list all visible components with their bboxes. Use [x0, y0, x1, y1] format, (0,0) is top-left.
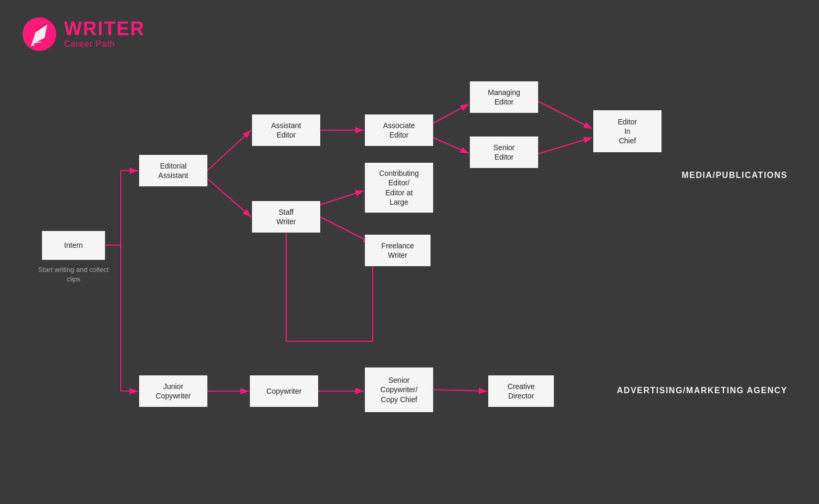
- intern-box: Intern: [42, 231, 105, 260]
- advertising-label: ADVERTISING/MARKETING AGENCY: [617, 386, 788, 395]
- app-title: WRITER: [64, 19, 145, 38]
- svg-line-15: [538, 101, 592, 129]
- junior-copywriter-box: JuniorCopywriter: [139, 375, 207, 407]
- header: WRITER Career Path: [21, 16, 145, 52]
- senior-copywriter-box: SeniorCopywriter/Copy Chief: [365, 368, 433, 412]
- editor-in-chief-box: EditorInChief: [593, 110, 662, 152]
- editorial-assistant-box: EditorialAssistant: [139, 155, 207, 186]
- staff-writer-box: StaffWriter: [252, 201, 320, 233]
- svg-line-17: [320, 191, 364, 205]
- contributing-editor-box: ContributingEditor/Editor atLarge: [365, 163, 433, 213]
- managing-editor-box: ManagingEditor: [470, 81, 538, 113]
- app-subtitle: Career Path: [64, 39, 145, 49]
- svg-line-16: [538, 138, 592, 154]
- copywriter-box: Copywriter: [250, 375, 318, 407]
- associate-editor-box: AssociateEditor: [365, 114, 433, 146]
- start-annotation: Start writing and collect clips: [34, 265, 113, 284]
- logo-icon: [21, 16, 58, 52]
- assistant-editor-box: AssistantEditor: [252, 114, 320, 146]
- freelance-writer-box: FreelanceWriter: [365, 235, 430, 266]
- media-publications-label: MEDIA/PUBLICATIONS: [681, 171, 788, 180]
- svg-line-14: [433, 138, 469, 153]
- svg-line-10: [207, 130, 251, 171]
- svg-line-21: [433, 390, 487, 391]
- svg-line-13: [433, 104, 469, 123]
- svg-line-11: [207, 178, 251, 217]
- creative-director-box: CreativeDirector: [488, 375, 554, 407]
- senior-editor-box: SeniorEditor: [470, 136, 538, 168]
- svg-line-18: [320, 217, 372, 243]
- header-text: WRITER Career Path: [64, 19, 145, 49]
